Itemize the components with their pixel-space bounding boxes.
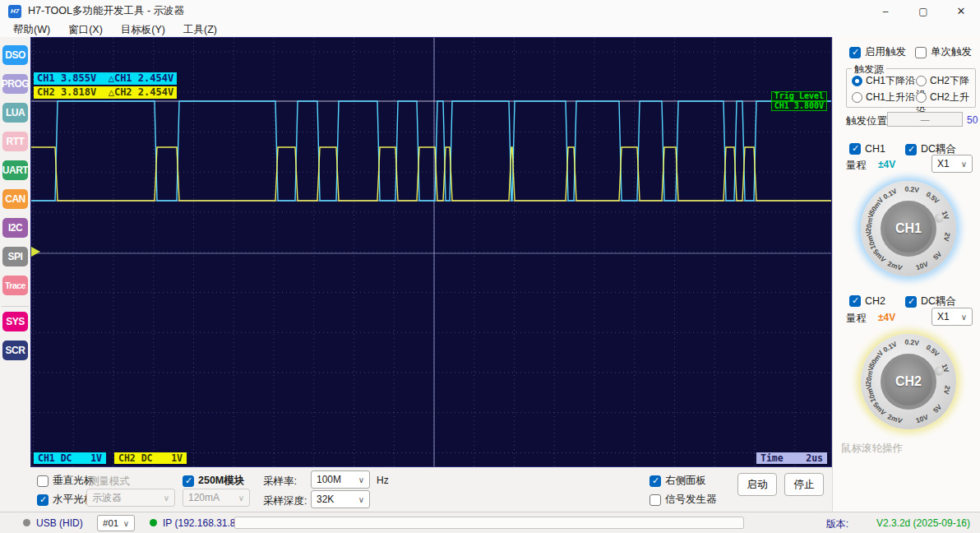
vertical-cursor-checkbox[interactable]	[37, 475, 49, 487]
ch2-knob-label-10V: 10V	[915, 413, 930, 425]
timebase-value: 2us	[806, 452, 823, 464]
trigger-source-group: 触发源 CH1下降沿 CH2下降沿 CH1上升沿 CH2上升沿	[846, 68, 976, 108]
signal-generator-checkbox[interactable]	[649, 494, 661, 506]
trigger-position-marker[interactable]	[31, 247, 40, 257]
radio-ch1-rising[interactable]	[852, 92, 862, 103]
ch2-knob-label-1V: 1V	[941, 363, 951, 373]
measure-mode-value: 示波器	[92, 491, 122, 505]
sample-rate-label: 采样率:	[263, 475, 297, 489]
radio-ch1-falling[interactable]	[852, 76, 862, 86]
vertical-cursor-label: 垂直光标	[53, 475, 94, 486]
sidebar-item-can[interactable]: CAN	[2, 189, 28, 209]
ch1-knob-label-0.2V: 0.2V	[904, 184, 919, 193]
single-trigger-checkbox[interactable]	[915, 47, 927, 58]
ch2-mult-dropdown[interactable]: X1	[931, 308, 973, 326]
sidebar-item-spi[interactable]: SPI	[2, 247, 28, 266]
sidebar-item-i2c[interactable]: I2C	[2, 218, 28, 238]
ch2-dc-coupling-checkbox[interactable]	[905, 296, 917, 308]
radio-ch2-rising[interactable]	[916, 92, 927, 103]
slider-thumb[interactable]: —	[921, 114, 930, 124]
ch1-knob-label-2V: 2V	[942, 232, 952, 242]
ch2-knob-label-5V: 5V	[931, 403, 943, 415]
app-window: H7 H7-TOOL多功能开发工具 - 示波器 – ▢ ✕ 帮助(W)窗口(X)…	[0, 0, 980, 533]
ch1-enable-checkbox[interactable]	[849, 143, 861, 155]
sidebar-item-trace[interactable]: Trace	[2, 276, 28, 295]
radio-ch1-rising-label: CH1上升沿	[866, 91, 915, 103]
current-dropdown[interactable]: 120mA	[183, 489, 250, 507]
trigger-position-label: 触发位置	[846, 114, 887, 128]
ip-status-icon	[150, 519, 157, 526]
measure-mode-dropdown[interactable]: 示波器	[86, 489, 175, 507]
ch2-trace	[31, 147, 831, 201]
module-250m-checkbox[interactable]	[183, 475, 194, 487]
ch2-scale-label: 1V	[171, 452, 183, 464]
app-logo-icon: H7	[8, 5, 21, 18]
window-controls: – ▢ ✕	[867, 0, 980, 22]
timebase-badge: Time 2us	[756, 452, 827, 464]
ch1-knob-center: CH1	[881, 201, 936, 257]
sidebar-item-sys[interactable]: SYS	[2, 312, 28, 331]
ch2-knob-label-10mV: 10mV	[864, 383, 877, 404]
maximize-button[interactable]: ▢	[904, 0, 942, 22]
enable-trigger-checkbox[interactable]	[849, 47, 861, 58]
sidebar-item-uart[interactable]: UART	[2, 160, 28, 180]
port-dropdown[interactable]: #01	[97, 515, 135, 531]
ch1-dc-coupling-checkbox[interactable]	[905, 144, 917, 155]
stop-button[interactable]: 停止	[784, 473, 824, 496]
trigger-level-value: CH1 3.800V	[771, 101, 827, 111]
ch2-knob-label-50mV: 50mV	[867, 349, 885, 368]
trigger-position-value: 50	[967, 114, 978, 126]
sidebar-item-rtt[interactable]: RTT	[2, 132, 28, 151]
ch1-mult-dropdown[interactable]: X1	[931, 155, 973, 173]
menu-item-3[interactable]: 工具(Z)	[180, 23, 220, 37]
ch1-knob-label-5V: 5V	[931, 250, 943, 262]
ch1-knob-label-10V: 10V	[915, 260, 930, 272]
sample-depth-value: 32K	[317, 494, 334, 505]
ch1-knob-label-5mV: 5mV	[871, 248, 888, 264]
menu-item-0[interactable]: 帮助(W)	[10, 23, 53, 37]
trigger-level-indicator: Trig Level CH1 3.800V	[771, 91, 827, 111]
ip-status-label: IP (192.168.31.82)	[163, 517, 244, 529]
ch2-mult-value: X1	[937, 311, 950, 322]
ch2-knob-label-0.1V: 0.1V	[881, 340, 898, 354]
minimize-button[interactable]: –	[867, 0, 904, 22]
sidebar-item-dso[interactable]: DSO	[2, 45, 28, 65]
sidebar: DSOPROGLUARTTUARTCANI2CSPITraceSYSSCR	[0, 37, 30, 512]
sidebar-item-scr[interactable]: SCR	[2, 341, 28, 360]
ch1-scale-label: 1V	[90, 452, 102, 464]
version-value: V2.3.2d (2025-09-16)	[876, 517, 970, 529]
trigger-position-slider[interactable]: —	[887, 112, 963, 127]
ch1-coupling-label: CH1 DC	[38, 452, 72, 464]
ch2-readout: CH2 3.818V △CH2 2.454V	[34, 86, 177, 99]
ch2-enable-checkbox[interactable]	[849, 295, 861, 307]
status-bar: USB (HID) #01 IP (192.168.31.82) 版本: V2.…	[0, 512, 980, 533]
usb-status-icon	[23, 519, 30, 526]
sample-rate-dropdown[interactable]: 100M	[311, 470, 370, 489]
bottom-control-bar: 垂直光标 水平光标 测量模式 示波器 250M模块 120mA 采样率: 100…	[0, 467, 832, 512]
window-title: H7-TOOL多功能开发工具 - 示波器	[28, 4, 184, 18]
sample-rate-unit: Hz	[377, 475, 389, 486]
right-panel-checkbox[interactable]	[649, 475, 661, 487]
sample-depth-label: 采样深度:	[263, 494, 307, 508]
menu-item-2[interactable]: 目标板(Y)	[118, 23, 169, 37]
ch1-enable-label: CH1	[865, 143, 885, 155]
sample-depth-dropdown[interactable]: 32K	[311, 490, 370, 508]
single-trigger-label: 单次触发	[931, 46, 972, 58]
radio-ch2-falling[interactable]	[916, 76, 927, 86]
horizontal-cursor-checkbox[interactable]	[37, 494, 49, 506]
ch1-range-value: ±4V	[878, 159, 895, 170]
ch1-mult-value: X1	[937, 158, 950, 169]
sample-rate-value: 100M	[317, 474, 341, 485]
sidebar-item-lua[interactable]: LUA	[2, 103, 28, 123]
ch2-scale-knob[interactable]: CH2 2mV5mV10mV20mV50mV0.1V0.2V0.5V1V2V5V…	[861, 334, 956, 429]
close-button[interactable]: ✕	[942, 0, 980, 22]
start-button[interactable]: 启动	[737, 473, 777, 496]
enable-trigger-label: 启用触发	[865, 46, 906, 58]
ch1-status-badge: CH1 DC 1V	[34, 452, 106, 464]
ch2-knob-label-5mV: 5mV	[871, 401, 888, 417]
menu-item-1[interactable]: 窗口(X)	[65, 23, 106, 37]
sidebar-item-prog[interactable]: PROG	[2, 74, 28, 94]
ch1-knob-label-50mV: 50mV	[867, 196, 885, 216]
oscilloscope-display[interactable]: CH1 3.855V △CH1 2.454V CH2 3.818V △CH2 2…	[30, 37, 832, 467]
ch1-scale-knob[interactable]: CH1 2mV5mV10mV20mV50mV0.1V0.2V0.5V1V2V5V…	[861, 181, 956, 276]
